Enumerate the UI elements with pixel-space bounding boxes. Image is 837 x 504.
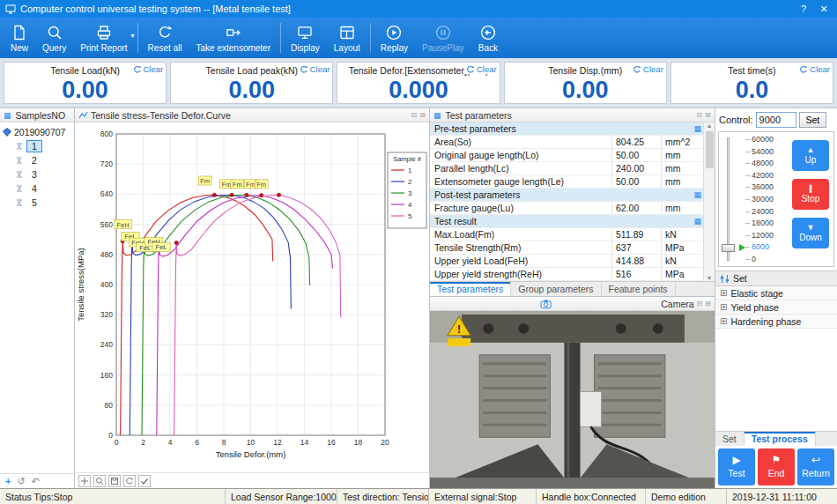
layout-button[interactable]: Layout	[327, 19, 367, 56]
param-row[interactable]: Fracture gauge(Lu)62.00mm	[430, 202, 715, 215]
param-value[interactable]: 414.88	[611, 255, 661, 267]
scroll-up-icon[interactable]: ▲	[707, 122, 713, 129]
tab-group-parameters[interactable]: Group parameters	[511, 282, 601, 296]
print-report-button[interactable]: Print Report ▾	[73, 19, 134, 56]
undo-button[interactable]: ↶	[32, 476, 40, 487]
table-scrollbar[interactable]: ▲ ▼	[703, 122, 715, 281]
clear-tensile-load-button[interactable]: Clear	[131, 64, 164, 74]
camera-panel: Camera ⊟⊞ !	[430, 296, 715, 488]
test-button[interactable]: ▶Test	[718, 448, 755, 485]
stage-hardening-phase[interactable]: ⊞Hardening phase	[715, 315, 837, 329]
meter-tensile-defor-extensometer: Tensile Defor.[Extensometer](mm) Clear 0…	[337, 62, 500, 104]
panel-expand-icon[interactable]: ⊞	[419, 111, 426, 119]
pauseplay-button[interactable]: PausePlay	[415, 19, 471, 56]
stop-button[interactable]: ∥Stop	[792, 179, 829, 210]
query-button[interactable]: Query	[35, 19, 73, 56]
panel-expand-icon[interactable]: ⊞	[705, 111, 711, 119]
clear-disp-button[interactable]: Clear	[631, 64, 663, 74]
expand-box-icon[interactable]: ⊞	[720, 302, 727, 312]
expand-box-icon[interactable]: ⊞	[720, 288, 727, 298]
panel-expand-icon[interactable]: ⊞	[705, 300, 711, 308]
tab-set[interactable]: Set	[715, 432, 744, 446]
sample-item-4[interactable]: ⋈4	[0, 182, 74, 196]
clear-time-button[interactable]: Clear	[797, 64, 830, 74]
query-label: Query	[42, 43, 66, 53]
reset-all-button[interactable]: Reset all	[141, 19, 189, 56]
stage-yield-phase[interactable]: ⊞Yield phase	[715, 300, 837, 315]
apply-chart-button[interactable]	[138, 475, 151, 487]
stage-set-bar[interactable]: Set	[715, 271, 837, 286]
tab-feature-points[interactable]: Feature points	[602, 282, 676, 296]
svg-text:10: 10	[247, 438, 256, 447]
param-value[interactable]: 637	[611, 241, 661, 254]
param-section-header[interactable]: Pre-test parameters▦	[430, 122, 715, 136]
panel-collapse-icon[interactable]: ⊟	[697, 111, 703, 119]
param-value[interactable]: 516	[611, 268, 661, 280]
clear-defor-button[interactable]: Clear	[464, 64, 497, 74]
param-value[interactable]: 62.00	[611, 202, 661, 214]
app-window: Computer control universal testing syste…	[0, 0, 837, 504]
hourglass-icon: ⋈	[15, 157, 24, 165]
svg-text:Fm: Fm	[222, 181, 232, 189]
param-row[interactable]: Tensile Strength(Rm)637MPa	[430, 241, 715, 255]
control-set-button[interactable]: Set	[799, 112, 827, 128]
zoom-tool-button[interactable]	[93, 475, 106, 487]
hourglass-icon: ⋈	[15, 171, 24, 179]
return-button[interactable]: ↩Return	[797, 448, 834, 485]
tab-test-parameters[interactable]: Test parameters	[430, 282, 511, 296]
param-section-header[interactable]: Test result▦	[430, 215, 715, 228]
panel-collapse-icon[interactable]: ⊟	[697, 300, 703, 308]
down-button[interactable]: ▼Down	[792, 218, 829, 248]
sample-group-node[interactable]: 2019090707	[0, 125, 74, 139]
close-button[interactable]: ✕	[816, 4, 832, 15]
take-extensometer-button[interactable]: Take extensometer	[189, 19, 278, 56]
param-row[interactable]: Parallel length(Lc)240.00mm	[430, 162, 715, 175]
sample-item-3[interactable]: ⋈3	[0, 167, 74, 182]
param-value[interactable]: 50.00	[611, 175, 661, 188]
param-row[interactable]: Extensometer gauge length(Le)50.00mm	[430, 175, 715, 189]
up-button[interactable]: ▲Up	[792, 140, 829, 171]
add-sample-button[interactable]: +	[5, 476, 11, 486]
back-button[interactable]: Back	[471, 19, 505, 56]
section-table-icon: ▦	[693, 124, 701, 133]
param-row[interactable]: Upper yield Load(FeH)414.88kN	[430, 255, 715, 268]
refresh-chart-button[interactable]	[123, 475, 136, 487]
layout-label: Layout	[334, 43, 360, 53]
tab-test-process[interactable]: Test process	[744, 432, 816, 446]
pan-tool-button[interactable]	[78, 475, 91, 487]
chevron-down-icon[interactable]: ▾	[131, 32, 135, 40]
svg-text:80: 80	[105, 401, 114, 410]
display-button[interactable]: Display	[284, 19, 327, 56]
scale-label-42000: –42000	[745, 171, 788, 180]
new-button[interactable]: New	[4, 19, 35, 56]
scroll-down-icon[interactable]: ▼	[707, 275, 713, 281]
stress-strain-chart[interactable]: 0246810121416182008016024032040048056064…	[75, 122, 429, 472]
scrollbar-thumb[interactable]	[706, 131, 714, 168]
param-row[interactable]: Original gauge length(Lo)50.00mm	[430, 149, 715, 162]
sample-item-5[interactable]: ⋈5	[0, 196, 74, 210]
param-value[interactable]: 240.00	[611, 162, 661, 174]
param-row[interactable]: Max.Load(Fm)511.89kN	[430, 228, 715, 241]
param-value[interactable]: 50.00	[611, 149, 661, 161]
refresh-samples-button[interactable]: ↺	[17, 476, 25, 487]
help-button[interactable]: ?	[796, 4, 811, 14]
control-value-input[interactable]	[756, 112, 796, 128]
expand-box-icon[interactable]: ⊞	[720, 316, 727, 326]
clear-load-peak-button[interactable]: Clear	[298, 64, 330, 74]
end-button[interactable]: ⚑End	[758, 448, 795, 485]
param-value[interactable]: 511.89	[611, 228, 661, 241]
sample-item-2[interactable]: ⋈2	[0, 153, 74, 167]
hourglass-icon: ⋈	[15, 199, 24, 207]
replay-button[interactable]: Replay	[374, 19, 415, 56]
save-chart-button[interactable]	[108, 475, 121, 487]
stage-elastic-stage[interactable]: ⊞Elastic stage	[715, 286, 837, 300]
slider-track[interactable]	[727, 137, 730, 261]
param-row[interactable]: Area(So)804.25mm^2	[430, 136, 715, 149]
param-value[interactable]: 804.25	[611, 136, 661, 148]
sample-item-1[interactable]: ⋈1	[0, 139, 74, 153]
slider-thumb[interactable]	[722, 244, 735, 252]
param-section-header[interactable]: Post-test parameters▦	[430, 189, 715, 202]
panel-collapse-icon[interactable]: ⊟	[411, 111, 418, 119]
curve-panel-title: Tensile stress-Tensile Defor.Curve	[91, 110, 231, 121]
param-row[interactable]: Upper yield strength(ReH)516MPa	[430, 268, 715, 281]
